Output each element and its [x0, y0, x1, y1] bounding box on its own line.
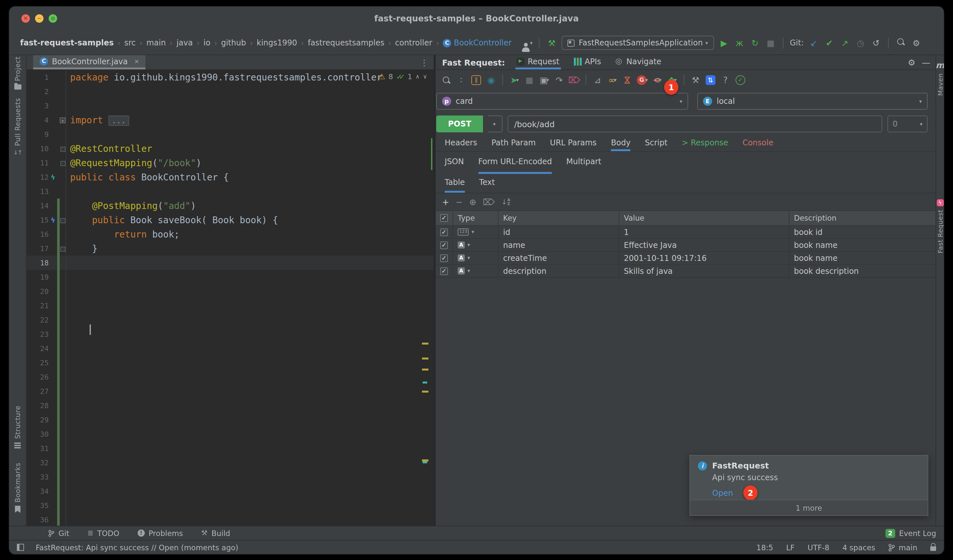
- sidebar-item-bookmarks[interactable]: Bookmarks: [9, 463, 26, 513]
- git-commit-button[interactable]: ✔: [824, 38, 835, 48]
- row-checkbox[interactable]: ✓: [440, 267, 448, 275]
- run-button[interactable]: ▶: [718, 38, 729, 48]
- tab-request[interactable]: Request: [515, 55, 561, 70]
- search-everywhere-button[interactable]: [895, 38, 906, 48]
- select-all-checkbox[interactable]: ✓: [440, 214, 448, 222]
- panel-settings-gear-icon[interactable]: ⚙: [908, 57, 915, 67]
- code-line[interactable]: 19: [26, 270, 434, 284]
- target-icon[interactable]: ◉: [484, 73, 498, 87]
- remove-row-icon[interactable]: −: [456, 197, 463, 207]
- param-description-cell[interactable]: book name: [789, 239, 936, 251]
- status-message[interactable]: FastRequest: Api sync success // Open (m…: [36, 543, 238, 552]
- param-description-cell[interactable]: book description: [789, 265, 936, 277]
- tool-window-button-problems[interactable]: !Problems: [138, 529, 183, 538]
- git-push-button[interactable]: ↗: [840, 38, 851, 48]
- tool-window-button-build[interactable]: ⚒Build: [201, 529, 230, 538]
- code-line[interactable]: 31: [26, 441, 434, 456]
- code-line[interactable]: 21: [26, 298, 434, 313]
- indent-setting[interactable]: 4 spaces: [842, 543, 875, 552]
- tab-text[interactable]: Text: [479, 174, 495, 193]
- code-line[interactable]: 3: [26, 99, 434, 113]
- build-hammer-icon[interactable]: ⚒: [546, 38, 557, 48]
- help-icon[interactable]: ?: [719, 73, 732, 87]
- sidebar-item-project[interactable]: Project: [9, 56, 26, 90]
- rollback-button[interactable]: ↺: [871, 38, 882, 48]
- notification-open-link[interactable]: Open: [712, 488, 733, 497]
- send-icon[interactable]: ➤▾: [508, 73, 521, 87]
- close-tab-icon[interactable]: ✕: [134, 58, 139, 65]
- tab-response[interactable]: > Response: [681, 136, 728, 151]
- tab-multipart[interactable]: Multipart: [567, 152, 601, 174]
- code-line[interactable]: 29: [26, 413, 434, 427]
- report-icon[interactable]: ⊿: [591, 73, 604, 87]
- global-config-icon[interactable]: G▾: [636, 73, 649, 87]
- code-line[interactable]: 10@RestController: [26, 141, 434, 156]
- type-dropdown-icon[interactable]: ▾: [467, 268, 470, 274]
- stop-icon[interactable]: ■: [523, 73, 536, 87]
- clear-rows-icon[interactable]: ⌦: [483, 197, 495, 207]
- param-value-cell[interactable]: 2001-10-11 09:17:16: [619, 252, 789, 264]
- code-line[interactable]: 11@RequestMapping("/book"): [26, 156, 434, 170]
- code-line[interactable]: 20: [26, 284, 434, 298]
- code-line[interactable]: 12ϟpublic class BookController {: [26, 170, 434, 184]
- sidebar-item-fast-request[interactable]: ϟFast Request: [936, 199, 944, 253]
- table-row[interactable]: ✓A▾createTime2001-10-11 09:17:16book nam…: [436, 251, 936, 264]
- code-line[interactable]: 18: [26, 256, 434, 270]
- tab-json[interactable]: JSON: [445, 152, 464, 174]
- code-line[interactable]: 32: [26, 456, 434, 470]
- http-method-dropdown-icon[interactable]: ▾: [488, 115, 503, 132]
- event-log-button[interactable]: 2 Event Log: [885, 529, 936, 538]
- url-input[interactable]: /book/add: [508, 115, 882, 132]
- fast-request-bolt-icon[interactable]: ϟ: [49, 216, 57, 224]
- code-line[interactable]: 17 }: [26, 241, 434, 256]
- notification-popup[interactable]: i FastRequest Api sync success Open 2 1 …: [689, 455, 928, 516]
- prev-issue-icon[interactable]: ∧: [416, 73, 420, 80]
- breadcrumb-item[interactable]: java: [177, 38, 193, 47]
- panel-minimize-icon[interactable]: —: [922, 57, 930, 67]
- tab-url-params[interactable]: URL Params: [550, 136, 597, 151]
- tab-script[interactable]: Script: [645, 136, 668, 151]
- tool-window-toggle-icon[interactable]: [17, 544, 24, 551]
- breadcrumb-item[interactable]: src: [124, 38, 136, 47]
- settings-gear-icon[interactable]: ⚙: [911, 38, 922, 48]
- code-line[interactable]: 16 return book;: [26, 227, 434, 241]
- environment-select[interactable]: E local ▾: [697, 93, 928, 110]
- type-dropdown-icon[interactable]: ▾: [472, 229, 474, 235]
- code-line[interactable]: 34: [26, 484, 434, 498]
- row-checkbox[interactable]: ✓: [440, 228, 448, 236]
- breadcrumb-item[interactable]: kings1990: [257, 38, 297, 47]
- environment-icon[interactable]: ∶: [455, 73, 468, 87]
- notification-more-link[interactable]: 1 more: [690, 500, 928, 515]
- column-header-value[interactable]: Value: [619, 211, 789, 225]
- editor-tab-bookcontroller[interactable]: C BookController.java ✕: [33, 55, 146, 70]
- breadcrumb-item[interactable]: io: [203, 38, 210, 47]
- param-key-cell[interactable]: createTime: [498, 252, 619, 264]
- param-key-cell[interactable]: id: [498, 226, 619, 238]
- breadcrumb-item[interactable]: github: [221, 38, 246, 47]
- tab-form-url-encoded[interactable]: Form URL-Encoded: [478, 152, 552, 174]
- profiler-button[interactable]: ↻: [750, 38, 761, 48]
- link-icon[interactable]: ∞▾: [606, 73, 619, 87]
- variables-icon[interactable]: ∥: [469, 73, 483, 87]
- tab-table[interactable]: Table: [445, 174, 465, 193]
- http-method-select[interactable]: POST: [436, 115, 483, 132]
- code-line[interactable]: 15ϟ public Book saveBook( Book book) {: [26, 213, 434, 227]
- sidebar-item-structure[interactable]: Structure: [9, 406, 26, 448]
- breadcrumb-item[interactable]: fast-request-samples: [20, 38, 113, 47]
- editor-options-kebab-icon[interactable]: ⋮: [420, 57, 434, 67]
- sidebar-item-maven[interactable]: mMaven: [936, 60, 944, 96]
- table-row[interactable]: ✓A▾nameEffective Javabook name: [436, 238, 936, 251]
- row-checkbox[interactable]: ✓: [440, 241, 448, 249]
- type-dropdown-icon[interactable]: ▾: [467, 242, 470, 248]
- type-dropdown-icon[interactable]: ▾: [467, 255, 470, 261]
- code-line[interactable]: 27: [26, 384, 434, 399]
- lock-icon[interactable]: [930, 546, 936, 551]
- tab-body[interactable]: Body: [611, 136, 631, 151]
- code-line[interactable]: 24: [26, 341, 434, 355]
- tab-navigate[interactable]: Navigate: [614, 55, 663, 70]
- code-line[interactable]: 33: [26, 470, 434, 484]
- code-line[interactable]: 13: [26, 184, 434, 199]
- column-header-type[interactable]: Type: [452, 211, 498, 225]
- sidebar-item-pull-requests[interactable]: Pull Requests↓↑: [9, 98, 26, 156]
- param-description-cell[interactable]: book id: [789, 226, 936, 238]
